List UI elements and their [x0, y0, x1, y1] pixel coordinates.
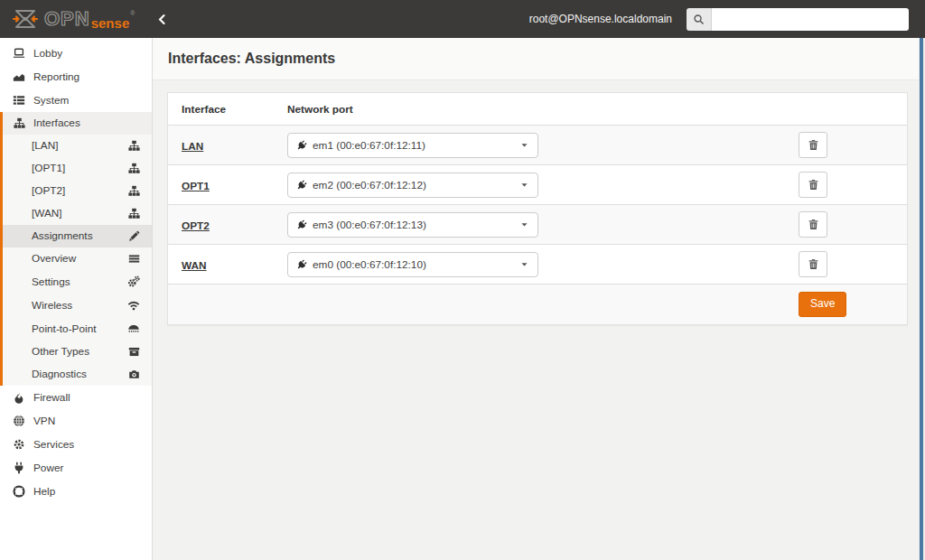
- network-port-select-opt1[interactable]: em2 (00:e0:67:0f:12:12): [287, 173, 538, 198]
- sidebar-item-interfaces[interactable]: Interfaces: [0, 112, 152, 135]
- sidebar-item-label: Other Types: [32, 346, 89, 358]
- plug-icon: [12, 462, 26, 474]
- assignment-row: OPT1em2 (00:e0:67:0f:12:12): [168, 164, 907, 204]
- sidebar-item-label: Assignments: [32, 230, 93, 242]
- assignments-rows: LANem1 (00:e0:67:0f:12:11)OPT1em2 (00:e0…: [168, 125, 907, 284]
- opnsense-logo[interactable]: OPN sense ®: [12, 6, 135, 32]
- archive-icon: [128, 346, 140, 358]
- interface-link-opt2[interactable]: OPT2: [182, 219, 210, 232]
- network-port-select-lan[interactable]: em1 (00:e0:67:0f:12:11): [287, 133, 538, 158]
- column-header-network-port: Network port: [287, 103, 799, 116]
- sidebar-item-label: [OPT2]: [32, 185, 65, 197]
- sidebar-item-lobby[interactable]: Lobby: [0, 42, 152, 65]
- network-port-value: em0 (00:e0:67:0f:12:10): [313, 258, 426, 271]
- sidebar-item-opt2[interactable]: [OPT2]: [0, 180, 152, 202]
- network-port-value: em1 (00:e0:67:0f:12:11): [313, 139, 425, 152]
- sidebar-item-firewall[interactable]: Firewall: [0, 386, 152, 409]
- sitemap-icon: [12, 117, 26, 129]
- sidebar-item-label: Help: [33, 486, 55, 498]
- sidebar-item-label: Interfaces: [33, 117, 80, 129]
- delete-interface-button-opt1[interactable]: [799, 172, 827, 198]
- sidebar-item-help[interactable]: Help: [0, 480, 152, 503]
- page-title: Interfaces: Assignments: [168, 51, 335, 67]
- sidebar-item-vpn[interactable]: VPN: [0, 409, 152, 433]
- sidebar-item-label: Point-to-Point: [32, 323, 96, 335]
- brand-opn-text: OPN: [44, 9, 90, 29]
- reorder-icon: [128, 253, 140, 265]
- caret-down-icon: [519, 180, 529, 190]
- plug-small-icon: [296, 140, 307, 151]
- sitemap-icon: [128, 208, 140, 219]
- sidebar-item-other-types[interactable]: Other Types: [0, 341, 152, 363]
- sidebar-item-reporting[interactable]: Reporting: [0, 65, 152, 89]
- sidebar-item-power[interactable]: Power: [0, 456, 152, 480]
- plug-small-icon: [296, 259, 307, 270]
- sidebar-item-lan[interactable]: [LAN]: [0, 135, 152, 157]
- sitemap-icon: [128, 140, 140, 152]
- delete-interface-button-opt2[interactable]: [799, 211, 827, 238]
- delete-interface-button-lan[interactable]: [799, 132, 827, 158]
- sidebar-item-settings[interactable]: Settings: [0, 270, 152, 294]
- camera-icon: [128, 369, 140, 380]
- table-footer-row: Save: [168, 284, 907, 324]
- brand-sense-text: sense: [91, 16, 130, 32]
- sidebar-item-label: Diagnostics: [32, 369, 87, 380]
- opnsense-logo-icon: [12, 6, 39, 32]
- sidebar-item-point-to-point[interactable]: Point-to-Point: [0, 317, 152, 341]
- assignment-row: WANem0 (00:e0:67:0f:12:10): [168, 244, 907, 284]
- sidebar: LobbyReportingSystemInterfaces[LAN][OPT1…: [0, 38, 153, 560]
- interface-link-opt1[interactable]: OPT1: [182, 180, 210, 192]
- life-ring-icon: [12, 485, 26, 498]
- vertical-scrollbar[interactable]: [920, 38, 923, 560]
- trash-icon: [808, 179, 819, 191]
- sidebar-item-assignments[interactable]: Assignments: [0, 225, 152, 247]
- network-port-select-wan[interactable]: em0 (00:e0:67:0f:12:10): [287, 252, 538, 277]
- sidebar-item-label: [WAN]: [32, 208, 62, 219]
- assignment-row: LANem1 (00:e0:67:0f:12:11): [168, 125, 907, 164]
- sidebar-item-wan[interactable]: [WAN]: [0, 202, 152, 225]
- sitemap-icon: [128, 163, 140, 174]
- interface-link-wan[interactable]: WAN: [182, 259, 207, 272]
- sidebar-item-services[interactable]: Services: [0, 433, 152, 456]
- sidebar-item-label: Lobby: [33, 48, 62, 60]
- page-header: Interfaces: Assignments: [153, 38, 925, 80]
- assignments-panel: Interface Network port LANem1 (00:e0:67:…: [167, 92, 908, 325]
- sidebar-collapse-button[interactable]: [156, 14, 168, 25]
- assignment-row: OPT2em3 (00:e0:67:0f:12:13): [168, 204, 907, 244]
- modem-icon: [127, 322, 140, 335]
- th-list-icon: [12, 94, 26, 107]
- sidebar-item-label: Reporting: [33, 71, 79, 83]
- caret-down-icon: [519, 140, 529, 150]
- save-button[interactable]: Save: [799, 292, 846, 316]
- sidebar-item-wireless[interactable]: Wireless: [0, 294, 152, 317]
- network-port-value: em2 (00:e0:67:0f:12:12): [313, 179, 426, 191]
- column-header-interface: Interface: [182, 103, 287, 116]
- sidebar-item-label: Overview: [32, 253, 76, 265]
- caret-down-icon: [519, 219, 529, 229]
- brand-registered-mark: ®: [130, 6, 135, 16]
- area-chart-icon: [12, 70, 26, 83]
- top-header: OPN sense ® root@OPNsense.localdomain: [0, 0, 925, 38]
- delete-interface-button-wan[interactable]: [799, 251, 827, 277]
- sidebar-item-label: System: [33, 95, 69, 107]
- search-icon: [687, 8, 712, 31]
- sidebar-item-system[interactable]: System: [0, 89, 152, 112]
- interfaces-submenu: Interfaces[LAN][OPT1][OPT2][WAN]Assignme…: [0, 112, 152, 386]
- logged-in-user: root@OPNsense.localdomain: [529, 13, 672, 25]
- interface-link-lan[interactable]: LAN: [182, 140, 203, 153]
- plug-small-icon: [296, 180, 307, 191]
- sidebar-item-label: VPN: [33, 415, 55, 427]
- sidebar-item-opt1[interactable]: [OPT1]: [0, 157, 152, 180]
- sidebar-item-label: Power: [33, 462, 63, 474]
- search-input[interactable]: [712, 8, 909, 31]
- sidebar-item-label: Services: [33, 439, 74, 451]
- header-search: [687, 8, 909, 31]
- sidebar-item-overview[interactable]: Overview: [0, 247, 152, 270]
- network-port-select-opt2[interactable]: em3 (00:e0:67:0f:12:13): [287, 212, 538, 238]
- fire-icon: [12, 391, 26, 404]
- sidebar-item-diagnostics[interactable]: Diagnostics: [0, 363, 152, 386]
- network-port-value: em3 (00:e0:67:0f:12:13): [313, 219, 426, 231]
- globe-icon: [12, 415, 26, 427]
- sidebar-menu: LobbyReportingSystemInterfaces[LAN][OPT1…: [0, 38, 152, 503]
- sidebar-item-label: Firewall: [33, 392, 70, 404]
